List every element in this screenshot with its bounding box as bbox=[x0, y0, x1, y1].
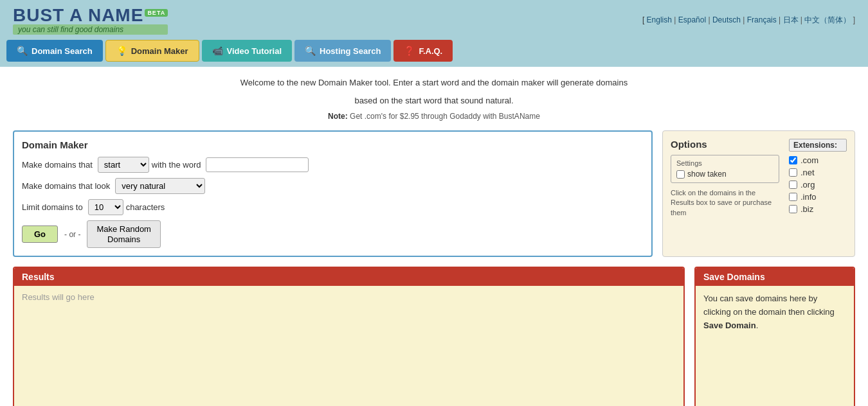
maker-row-2: Make domains that look very natural natu… bbox=[22, 178, 644, 194]
logo-main-text: BUST A NAME bbox=[13, 5, 143, 25]
ext-info-checkbox[interactable] bbox=[789, 193, 797, 201]
ext-net-checkbox[interactable] bbox=[789, 168, 797, 177]
nav-domain-maker-label: Domain Maker bbox=[131, 46, 188, 56]
maker-row-1: Make domains that start end with the wor… bbox=[22, 157, 644, 173]
ext-com-label: .com bbox=[800, 155, 818, 165]
domain-maker-box: Domain Maker Make domains that start end… bbox=[13, 130, 653, 257]
extensions-title: Extensions: bbox=[789, 139, 847, 152]
lang-espanol[interactable]: Español bbox=[678, 15, 706, 24]
ext-org: .org bbox=[789, 180, 847, 190]
go-button[interactable]: Go bbox=[22, 225, 58, 243]
logo-sub: you can still find good domains bbox=[13, 24, 168, 35]
options-title: Options bbox=[671, 139, 779, 150]
header: BUST A NAMEBETA you can still find good … bbox=[0, 0, 868, 40]
maker-row-3: Limit domains to 10 8 12 15 20 character… bbox=[22, 199, 644, 215]
lang-chinese[interactable]: 中文（简体） bbox=[804, 15, 851, 24]
nav-video-label: Video Tutorial bbox=[227, 46, 282, 56]
nav-domain-maker[interactable]: 💡 Domain Maker bbox=[105, 40, 199, 62]
ext-info: .info bbox=[789, 192, 847, 202]
lightbulb-icon: 💡 bbox=[116, 46, 127, 56]
show-taken-checkbox[interactable] bbox=[676, 170, 685, 179]
action-row: Go - or - Make Random Domains bbox=[22, 220, 644, 248]
save-domain-bold: Save Domain bbox=[703, 321, 756, 330]
save-header: Save Domains bbox=[696, 268, 854, 286]
options-left: Options Settings show taken Click on the… bbox=[671, 139, 779, 249]
settings-title: Settings bbox=[676, 159, 773, 167]
nav-domain-search[interactable]: 🔍 Domain Search bbox=[6, 40, 103, 62]
nav-bar: 🔍 Domain Search 💡 Domain Maker 📹 Video T… bbox=[0, 40, 868, 67]
logo-text: BUST A NAMEBETA bbox=[13, 5, 168, 26]
char-select[interactable]: 10 8 12 15 20 bbox=[88, 199, 123, 215]
results-placeholder: Results will go here bbox=[22, 292, 95, 302]
save-box: Save Domains You can save domains here b… bbox=[694, 267, 855, 406]
nav-video-tutorial[interactable]: 📹 Video Tutorial bbox=[202, 40, 292, 62]
ext-org-label: .org bbox=[800, 180, 815, 190]
save-body: You can save domains here by clicking on… bbox=[696, 286, 854, 406]
results-body: Results will go here bbox=[14, 286, 683, 406]
ext-biz-label: .biz bbox=[800, 204, 813, 214]
nav-hosting-label: Hosting Search bbox=[320, 46, 381, 56]
nav-faq-label: F.A.Q. bbox=[419, 46, 442, 56]
results-box: Results Results will go here bbox=[13, 267, 685, 406]
hosting-icon: 🔍 bbox=[305, 46, 316, 56]
beta-badge: BETA bbox=[145, 9, 168, 17]
main-content: Welcome to the new Domain Maker tool. En… bbox=[0, 67, 868, 406]
note-label: Note: bbox=[328, 112, 348, 121]
lang-deutsch[interactable]: Deutsch bbox=[712, 15, 741, 24]
show-taken-text: show taken bbox=[687, 170, 727, 179]
ext-com: .com bbox=[789, 155, 847, 165]
note-content: Get .com's for $2.95 through Godaddy wit… bbox=[350, 112, 540, 121]
start-select[interactable]: start end bbox=[98, 157, 149, 173]
extensions-box: Extensions: .com .net .org .info bbox=[789, 139, 847, 249]
lang-japanese[interactable]: 日本 bbox=[783, 15, 799, 24]
lang-francais[interactable]: Français bbox=[747, 15, 777, 24]
options-box: Options Settings show taken Click on the… bbox=[662, 130, 855, 257]
label-limit: Limit domains to bbox=[22, 202, 83, 212]
results-row: Results Results will go here Save Domain… bbox=[13, 267, 855, 406]
nav-faq[interactable]: ❓ F.A.Q. bbox=[393, 40, 453, 62]
ext-org-checkbox[interactable] bbox=[789, 181, 797, 189]
or-text: - or - bbox=[64, 230, 80, 239]
nav-hosting-search[interactable]: 🔍 Hosting Search bbox=[294, 40, 391, 62]
note-text: Note: Get .com's for $2.95 through Godad… bbox=[13, 112, 855, 121]
look-select[interactable]: very natural natural somewhat natural an… bbox=[115, 178, 205, 194]
ext-com-checkbox[interactable] bbox=[789, 156, 797, 164]
save-text2: . bbox=[756, 321, 759, 330]
ext-net-label: .net bbox=[800, 168, 815, 177]
random-button[interactable]: Make Random Domains bbox=[87, 220, 161, 248]
welcome-line2: based on the start word that sound natur… bbox=[13, 94, 855, 107]
ext-info-label: .info bbox=[800, 192, 817, 202]
ext-biz: .biz bbox=[789, 204, 847, 214]
faq-icon: ❓ bbox=[404, 46, 415, 56]
logo-area: BUST A NAMEBETA you can still find good … bbox=[13, 5, 168, 35]
settings-group: Settings show taken bbox=[671, 155, 779, 183]
nav-domain-search-label: Domain Search bbox=[32, 46, 93, 56]
language-bar: [ English | Español | Deutsch | Français… bbox=[642, 15, 855, 26]
options-note: Click on the domains in the Results box … bbox=[671, 188, 779, 218]
lang-english[interactable]: English bbox=[647, 15, 672, 24]
show-taken-label[interactable]: show taken bbox=[676, 170, 773, 179]
results-header: Results bbox=[14, 268, 683, 286]
label-look: Make domains that look bbox=[22, 181, 110, 191]
save-text1: You can save domains here by clicking on… bbox=[703, 294, 835, 317]
video-icon: 📹 bbox=[212, 46, 223, 56]
search-icon: 🔍 bbox=[17, 46, 28, 56]
tool-row: Domain Maker Make domains that start end… bbox=[13, 130, 855, 257]
ext-biz-checkbox[interactable] bbox=[789, 205, 797, 213]
word-input[interactable] bbox=[206, 157, 309, 172]
label-with-word: with the word bbox=[152, 160, 201, 170]
logo: BUST A NAMEBETA bbox=[13, 5, 168, 26]
label-characters: characters bbox=[126, 202, 165, 212]
domain-maker-title: Domain Maker bbox=[22, 139, 644, 150]
ext-net: .net bbox=[789, 168, 847, 177]
label-make-domains: Make domains that bbox=[22, 160, 93, 170]
welcome-line1: Welcome to the new Domain Maker tool. En… bbox=[13, 76, 855, 89]
